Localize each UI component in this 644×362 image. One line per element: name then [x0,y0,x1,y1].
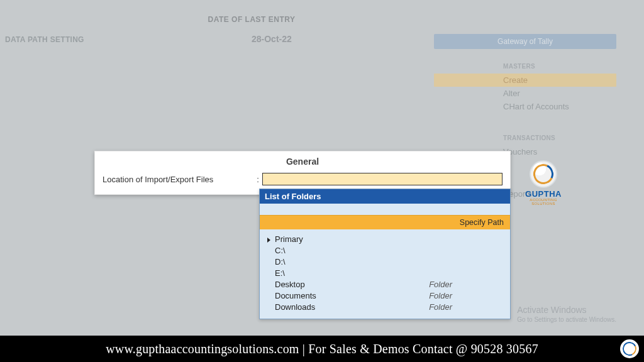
gateway-item-create[interactable]: Create [434,74,616,87]
activate-windows-watermark: Activate Windows Go to Settings to activ… [517,305,616,323]
import-export-input[interactable] [262,173,502,185]
import-export-label: Location of Import/Export Files [103,175,253,184]
footer-badge [620,339,639,358]
folder-row-downloads[interactable]: Downloads Folder [264,301,506,312]
folder-type: Folder [429,291,452,300]
gateway-section-head-transactions: TRANSACTIONS [503,134,616,141]
folder-name: Desktop [275,280,305,289]
folder-name: Primary [275,234,303,244]
folder-name: D:\ [275,257,286,266]
brand-logo: GUPTHA ACCOUNTING SOLUTIONS [518,160,569,206]
gateway-item-chart-of-accounts[interactable]: CHart of Accounts [503,100,616,113]
brand-name: GUPTHA [518,189,569,199]
footer-badge-icon [621,340,638,358]
folder-type: Folder [429,302,452,312]
folder-name: E:\ [275,268,285,278]
dialog-title: General [95,151,510,173]
folder-type: Folder [429,280,452,289]
gateway-item-vouchers[interactable]: Vouchers [503,145,616,158]
colon: : [253,175,262,184]
dropdown-spacer [260,204,510,215]
footer-bar: www.gupthaaccountingsolutions.com | For … [0,336,644,362]
folder-name: Downloads [275,302,315,312]
dropdown-title: List of Folders [260,189,510,204]
folder-row-c[interactable]: C:\ [264,244,506,256]
activate-windows-sub: Go to Settings to activate Windows. [517,316,616,323]
activate-windows-title: Activate Windows [517,305,586,315]
footer-sep: | [299,342,309,356]
last-entry-date: 28-Oct-22 [252,34,292,44]
folder-row-primary[interactable]: Primary [264,233,506,244]
brand-sub: ACCOUNTING SOLUTIONS [518,198,569,206]
folder-row-e[interactable]: E:\ [264,267,506,278]
specify-path-option[interactable]: Specify Path [260,215,510,229]
folder-dropdown: List of Folders Specify Path Primary C:\… [259,189,511,319]
gateway-item-alter[interactable]: Alter [503,87,616,100]
gateway-section-head-masters: MASTERS [503,63,616,70]
folder-row-d[interactable]: D:\ [264,256,506,267]
dropdown-list: Primary C:\ D:\ E:\ Desktop Folder Docum… [260,229,510,319]
last-entry-label: DATE OF LAST ENTRY [189,15,314,24]
footer-msg: For Sales & Demos Contact @ 90528 30567 [308,342,538,356]
folder-row-documents[interactable]: Documents Folder [264,290,506,301]
folder-name: C:\ [275,246,286,255]
folder-name: Documents [275,291,316,300]
footer-url[interactable]: www.gupthaaccountingsolutions.com [106,342,299,356]
folder-row-desktop[interactable]: Desktop Folder [264,278,506,290]
gateway-title: Gateway of Tally [434,34,616,49]
brand-logo-icon [530,160,557,188]
page-title: DATA PATH SETTING [5,35,84,44]
